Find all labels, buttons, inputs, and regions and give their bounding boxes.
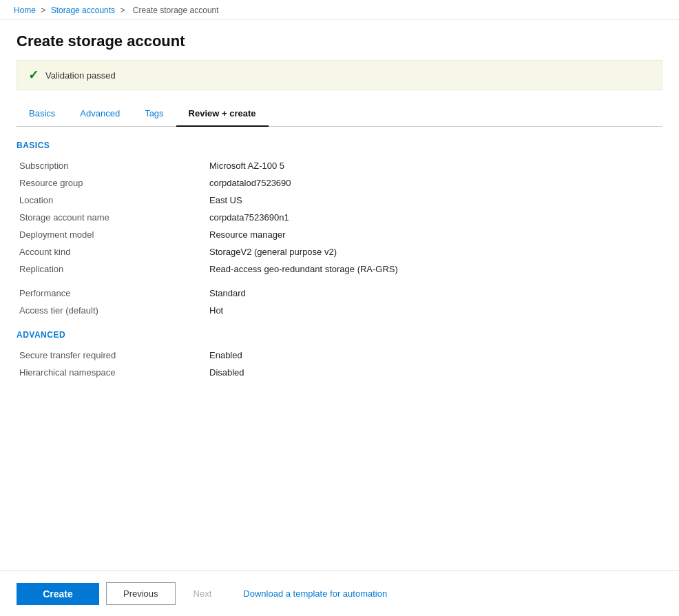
- next-button: Next: [182, 583, 223, 604]
- table-row: Access tier (default) Hot: [17, 302, 662, 319]
- breadcrumb-home[interactable]: Home: [14, 6, 36, 15]
- table-row-spacer: [17, 278, 662, 285]
- tab-tags[interactable]: Tags: [132, 103, 176, 127]
- row-value: Resource manager: [209, 226, 662, 243]
- tab-review-create[interactable]: Review + create: [176, 103, 269, 127]
- tabs-row: Basics Advanced Tags Review + create: [17, 103, 662, 127]
- row-label: Access tier (default): [17, 302, 209, 319]
- table-row: Deployment model Resource manager: [17, 226, 662, 243]
- advanced-table: Secure transfer required Enabled Hierarc…: [17, 347, 662, 381]
- section-label-advanced: ADVANCED: [17, 330, 662, 340]
- create-button[interactable]: Create: [17, 583, 99, 605]
- row-label: Subscription: [17, 157, 209, 174]
- section-label-basics: BASICS: [17, 141, 662, 150]
- breadcrumb-sep2: >: [120, 6, 125, 15]
- validation-bar: ✓ Validation passed: [17, 60, 662, 90]
- tab-advanced[interactable]: Advanced: [67, 103, 132, 127]
- row-value: East US: [209, 192, 662, 209]
- row-value: corpdata7523690n1: [209, 209, 662, 226]
- basics-table: Subscription Microsoft AZ-100 5 Resource…: [17, 157, 662, 319]
- table-row: Storage account name corpdata7523690n1: [17, 209, 662, 226]
- table-row: Resource group corpdatalod7523690: [17, 174, 662, 192]
- row-label: Location: [17, 192, 209, 209]
- table-row: Secure transfer required Enabled: [17, 347, 662, 364]
- row-label: Account kind: [17, 243, 209, 260]
- table-row: Location East US: [17, 192, 662, 209]
- footer-bar: Create Previous Next Download a template…: [0, 571, 679, 616]
- row-value: Enabled: [209, 347, 662, 364]
- breadcrumb-current: Create storage account: [133, 6, 219, 15]
- page-title: Create storage account: [17, 32, 662, 50]
- row-value: StorageV2 (general purpose v2): [209, 243, 662, 260]
- row-value: Disabled: [209, 364, 662, 381]
- row-label: Replication: [17, 260, 209, 278]
- row-value: Standard: [209, 285, 662, 302]
- row-label: Hierarchical namespace: [17, 364, 209, 381]
- tab-basics[interactable]: Basics: [17, 103, 67, 127]
- validation-text: Validation passed: [45, 70, 116, 81]
- breadcrumb-sep1: >: [41, 6, 45, 15]
- breadcrumb-storage-accounts[interactable]: Storage accounts: [51, 6, 115, 15]
- breadcrumb: Home > Storage accounts > Create storage…: [0, 0, 679, 20]
- table-row: Performance Standard: [17, 285, 662, 302]
- check-icon: ✓: [28, 68, 39, 83]
- row-label: Secure transfer required: [17, 347, 209, 364]
- row-label: Storage account name: [17, 209, 209, 226]
- table-row: Replication Read-access geo-redundant st…: [17, 260, 662, 278]
- row-label: Resource group: [17, 174, 209, 192]
- table-row: Account kind StorageV2 (general purpose …: [17, 243, 662, 260]
- table-row: Subscription Microsoft AZ-100 5: [17, 157, 662, 174]
- row-value: Read-access geo-redundant storage (RA-GR…: [209, 260, 662, 278]
- row-value: corpdatalod7523690: [209, 174, 662, 192]
- table-row: Hierarchical namespace Disabled: [17, 364, 662, 381]
- download-template-link[interactable]: Download a template for automation: [243, 588, 387, 599]
- row-label: Deployment model: [17, 226, 209, 243]
- row-value: Hot: [209, 302, 662, 319]
- row-value: Microsoft AZ-100 5: [209, 157, 662, 174]
- previous-button[interactable]: Previous: [106, 582, 176, 605]
- row-label: Performance: [17, 285, 209, 302]
